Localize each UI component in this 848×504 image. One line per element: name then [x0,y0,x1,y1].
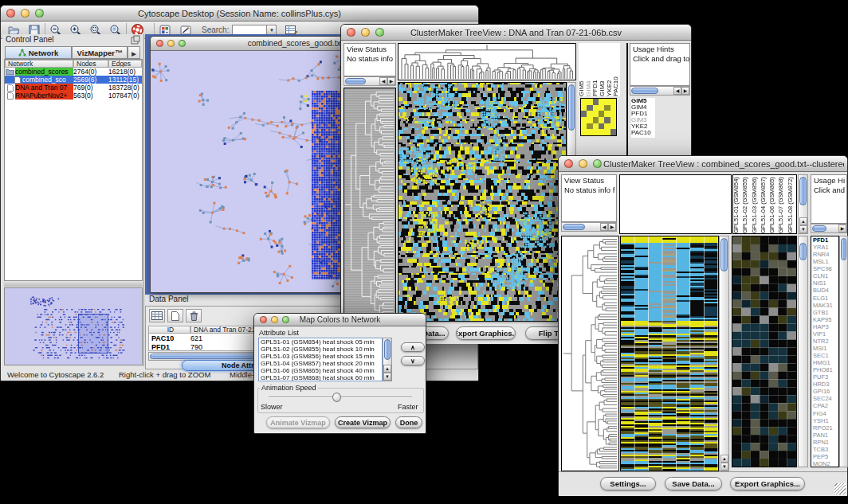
data-col-id[interactable]: ID [148,326,190,334]
gene-label[interactable]: CPA2 [813,402,838,409]
tv2-heatmap[interactable] [621,236,718,471]
scroll-up-arrow[interactable] [383,365,391,373]
create-vizmap-button[interactable]: Create Vizmap [335,416,391,428]
attribute-list-item[interactable]: GPL51-02 (GSM855) heat shock 10 min [259,346,382,353]
scroll-left-arrow[interactable] [379,77,387,85]
tv2-row-dendrogram-box[interactable] [561,236,619,471]
minimize-icon[interactable] [21,9,29,18]
gene-label[interactable]: RNR4 [813,251,838,258]
move-up-button[interactable]: ∧ [401,342,425,352]
gene-label[interactable]: MSL1 [813,258,838,265]
minimize-icon[interactable] [361,28,370,37]
tv2-usage-hscroll[interactable] [811,224,847,233]
gene-label[interactable]: ELG1 [813,295,838,302]
col-header-edges[interactable]: Edges [108,60,142,68]
tv2-column-label[interactable]: GPL51-08 (GSM872) [787,175,796,233]
attribute-list-item[interactable]: GPL51-07 (GSM868) heat shock 60 min [259,374,382,381]
main-titlebar[interactable]: Cytoscape Desktop (Session Name: collins… [1,6,478,21]
scroll-left-arrow[interactable] [673,87,681,95]
gene-label[interactable]: KAP95 [813,316,838,323]
tab-more-button[interactable] [128,46,140,59]
scroll-right-arrow[interactable] [681,87,689,95]
gene-label[interactable]: PHO81 [813,366,838,373]
gene-label[interactable]: YSH1 [813,417,838,424]
network-overview-panel[interactable] [4,287,143,365]
tv1-heatmap[interactable] [398,83,566,321]
gene-label[interactable]: NIS1 [813,279,838,287]
scroll-down-arrow[interactable] [799,225,807,233]
attribute-list-item[interactable]: GPL51-06 (GSM865) heat shock 40 min [259,367,382,374]
gene-label[interactable]: CLN1 [813,272,838,279]
scrollbar-thumb[interactable] [345,78,366,84]
tv1-usage-hscroll[interactable] [630,86,690,96]
gene-label[interactable]: HMG1 [813,359,838,366]
scrollbar-thumb[interactable] [563,224,585,230]
scrollbar-thumb[interactable] [720,238,728,272]
tv2-column-label[interactable]: GPL51-03 (GSM856) [752,175,760,233]
scrollbar-thumb[interactable] [841,238,846,260]
network-row-rnapubernov2[interactable]: RNAPuberNov2+ 563(0) 107847(0) [5,92,142,100]
gene-label[interactable]: FIG4 [813,410,838,417]
tv2-zoom-vscroll[interactable] [798,236,808,467]
attribute-list-item[interactable]: GPL51-01 (GSM854) heat shock 05 min [259,338,382,346]
close-icon[interactable] [156,40,163,47]
gene-label[interactable]: RPO21 [813,424,838,432]
zoom-window-icon[interactable] [593,159,602,168]
gene-label[interactable]: HRD3 [813,381,838,388]
new-document-icon[interactable] [167,309,183,322]
scroll-right-arrow[interactable] [838,225,846,232]
scrollbar-thumb[interactable] [568,84,575,131]
tab-vizmapper[interactable]: VizMapper™ [72,46,128,59]
tv1-zoom-matrix[interactable] [581,99,616,135]
tv1-column-dendrogram-box[interactable] [398,43,576,80]
tv1-row-label[interactable]: PAC10 [631,130,655,136]
gene-label[interactable]: PUF3 [813,373,838,381]
tv2-zoom-heatmap-box[interactable] [732,236,797,467]
scroll-right-arrow[interactable] [387,77,395,85]
scrollbar-thumb[interactable] [812,225,826,232]
gene-label[interactable]: PAN1 [813,432,838,439]
gene-label[interactable]: HAP3 [813,323,838,330]
done-button[interactable]: Done [395,416,422,428]
tv1-view-status-hscroll[interactable] [344,76,396,86]
gene-label[interactable]: SEC1 [813,352,838,359]
gene-label[interactable]: BUD4 [813,287,838,294]
minimize-icon[interactable] [579,159,587,168]
gene-label[interactable]: PEP5 [813,453,838,460]
treeview1-titlebar[interactable]: ClusterMaker TreeView : DNA and Tran 07-… [341,25,691,41]
tv2-heatmap-box[interactable] [620,236,719,471]
network-overview-canvas[interactable] [5,288,142,365]
panel-splitter[interactable] [4,282,143,287]
zoom-window-icon[interactable] [179,40,186,47]
tv1-export-graphics-button[interactable]: Export Graphics... [456,326,516,340]
close-icon[interactable] [6,9,15,18]
scrollbar-thumb[interactable] [384,339,391,360]
tv2-export-graphics-button[interactable]: Export Graphics... [730,477,805,490]
minimize-icon[interactable] [167,40,175,47]
gene-label[interactable]: GPI16 [813,388,838,395]
zoom-window-icon[interactable] [35,9,44,18]
scroll-left-arrow[interactable] [600,223,608,231]
tv2-heatmap-vscroll[interactable] [719,236,729,471]
trash-icon[interactable] [186,309,202,322]
tv1-zoom-matrix-box[interactable] [580,98,617,136]
gene-label[interactable]: GTB1 [813,309,838,316]
treeview2-window[interactable]: ClusterMaker TreeView : combined_scores_… [558,155,848,496]
gene-label[interactable]: NTR2 [813,338,838,345]
tv1-row-dendrogram-box[interactable] [344,88,396,322]
dialog-titlebar[interactable]: Map Colors to Network [254,314,426,326]
gene-label[interactable]: MSI1 [813,345,838,352]
gene-label[interactable]: YRA1 [813,244,838,251]
tv2-column-label[interactable]: GPL51-02 (GSM855) [742,175,751,233]
scrollbar-thumb[interactable] [799,177,807,205]
tv1-column-dendrogram[interactable] [398,44,575,80]
scroll-right-arrow[interactable] [608,223,616,231]
attribute-list-vscroll[interactable] [383,338,392,381]
gene-label[interactable]: VIP1 [813,330,838,338]
tv2-gene-vscroll[interactable] [839,236,848,467]
scroll-up-arrow[interactable] [799,217,807,225]
attribute-list-item[interactable]: GPL51-03 (GSM856) heat shock 15 min [259,353,382,360]
tv1-row-dendrogram[interactable] [344,88,395,321]
move-down-button[interactable]: ∨ [401,356,425,365]
network-row-dna-tran[interactable]: DNA and Tran 07 769(0) 183728(0) [5,84,142,92]
